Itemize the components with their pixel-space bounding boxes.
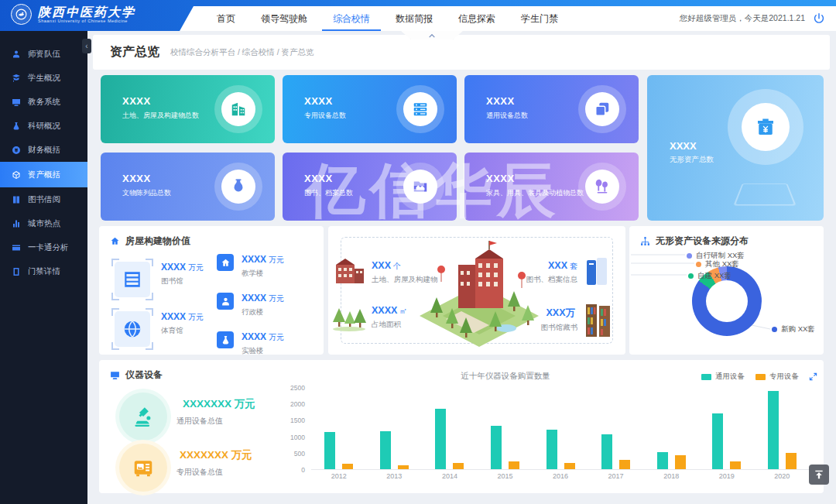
logo-subtitle: Shaanxi University of Chinese Medicine <box>38 19 135 23</box>
legend-special-equipment[interactable]: 专用设备 <box>755 372 799 382</box>
logo-title: 陕西中医药大学 <box>38 5 135 19</box>
nav-collapse-toggle[interactable] <box>401 31 463 39</box>
通用设备-bar <box>657 452 668 469</box>
legend-dot <box>688 273 694 279</box>
legend-swatch <box>755 374 766 380</box>
sidebar-item-access-detail[interactable]: 门禁详情 <box>0 259 87 283</box>
cashbox-icon <box>742 103 790 151</box>
special-equipment-value: XXXXXXX 万元 <box>180 448 252 462</box>
card-furniture-plants[interactable]: XXXX 家具、用具、装具及动植物总数 <box>464 153 639 221</box>
legend-swatch <box>701 374 711 380</box>
panel-title-row: 仪器设备 <box>110 369 163 382</box>
bar-group <box>422 388 478 469</box>
legend-dot <box>772 327 777 332</box>
sidebar-item-label: 城市热点 <box>28 218 60 229</box>
building-label: 教学楼 <box>242 269 284 279</box>
building-item-teaching: XXXX万元 教学楼 <box>217 254 284 279</box>
building-item-admin: XXXX万元 行政楼 <box>217 293 284 317</box>
通用设备-bar <box>601 434 612 469</box>
equipment-panel: 仪器设备 XXXXXXX 万元 通用设备总值 XXXXXXX 万元 专用设备总值… <box>99 360 824 493</box>
bar-chart-plot <box>311 388 810 470</box>
breadcrumb: 校情综合分析平台 / 综合校情 / 资产总览 <box>170 47 314 58</box>
bar-group <box>699 388 755 469</box>
book-icon <box>12 195 21 204</box>
stat-value: XXX万 <box>546 307 575 318</box>
lab-flask-icon <box>217 331 234 348</box>
page-title: 资产总览 <box>110 44 159 60</box>
building-unit: 万元 <box>188 263 204 272</box>
card-icon-halo <box>214 85 262 133</box>
card-special-equipment[interactable]: XXXX 专用设备总数 <box>283 75 457 143</box>
card-books-archives[interactable]: XXXX 图书、档案总数 <box>283 153 457 221</box>
sidebar-item-label: 资产概括 <box>28 170 60 180</box>
sidebar-collapse-handle[interactable]: ‹ <box>82 39 91 53</box>
building-value: XXXX <box>242 331 266 342</box>
greeting-text: 您好超级管理员，今天是2021.1.21 <box>680 13 805 24</box>
card-label: 通用设备总数 <box>486 111 528 121</box>
building-value-panel: 房屋构建物价值 XXXX万元 图书馆 XXXX万元 体育馆 XXXX万元 <box>99 226 324 355</box>
card-antiques[interactable]: XXXX 文物陈列品总数 <box>101 153 275 221</box>
red-building-illustration <box>334 257 367 285</box>
y-tick-label: 2000 <box>285 400 305 408</box>
card-label: 文物陈列品总数 <box>122 188 171 198</box>
monitor-icon <box>110 370 120 380</box>
card-land-buildings[interactable]: XXXX 土地、房屋及构建物总数 <box>101 75 275 143</box>
x-tick-label: 2018 <box>643 472 699 480</box>
building-item-library: XXXX万元 图书馆 <box>115 262 204 297</box>
sidebar-item-card-analysis[interactable]: 一卡通分析 <box>0 235 87 259</box>
专用设备-bar <box>786 453 797 469</box>
nav-info-explore[interactable]: 信息探索 <box>458 6 495 31</box>
card-value: XXXX <box>670 140 697 152</box>
legend-label: 自建 XX套 <box>697 271 732 281</box>
card-general-equipment[interactable]: XXXX 通用设备总数 <box>464 75 639 143</box>
card-value: XXXX <box>304 173 333 184</box>
专用设备-bar <box>453 463 464 469</box>
stat-unit: 个 <box>393 262 401 270</box>
building-label: 行政楼 <box>242 307 284 317</box>
sidebar-item-label: 一卡通分析 <box>28 242 69 253</box>
sidebar-item-students[interactable]: 学生概况 <box>0 66 87 90</box>
top-nav: 首页 领导驾驶舱 综合校情 数据简报 信息探索 学生门禁 您好超级管理员，今天是… <box>180 6 836 31</box>
legend-label: 专用设备 <box>769 372 799 382</box>
building-unit: 万元 <box>269 294 284 303</box>
nav-home[interactable]: 首页 <box>217 6 235 31</box>
top-header: 陕西中医药大学 Shaanxi University of Chinese Me… <box>0 0 836 31</box>
nav-school-overview[interactable]: 综合校情 <box>333 6 370 31</box>
flask-icon <box>12 122 21 131</box>
sidebar-item-academic-system[interactable]: 教务系统 <box>0 90 87 114</box>
card-value: XXXX <box>122 173 151 184</box>
sidebar-item-library[interactable]: 图书借阅 <box>0 187 87 211</box>
chart-expand-icon[interactable] <box>809 370 817 379</box>
sidebar-item-finance[interactable]: 财务概括 <box>0 138 87 162</box>
special-equipment-label: 专用设备总值 <box>176 467 223 478</box>
nav-data-brief[interactable]: 数据简报 <box>396 6 433 31</box>
sidebar-item-city-hotspot[interactable]: 城市热点 <box>0 211 87 235</box>
stat-unit: 套 <box>570 262 577 270</box>
logout-power-icon[interactable] <box>813 12 825 25</box>
y-tick-label: 500 <box>285 450 305 458</box>
card-icon-halo <box>396 85 444 133</box>
card-icon-halo <box>214 163 262 211</box>
card-intangible-assets[interactable]: XXXX 无形资产总数 <box>647 75 824 221</box>
legend-general-equipment[interactable]: 通用设备 <box>701 372 745 382</box>
通用设备-bar <box>324 432 335 469</box>
intangible-source-panel: 无形资产设备来源分布 自行研制 XX套 其他 XX套 自建 XX套 新购 XX套 <box>629 226 824 355</box>
bar-group <box>533 388 588 469</box>
coin-yuan-icon <box>12 146 21 155</box>
university-logo: 陕西中医药大学 Shaanxi University of Chinese Me… <box>11 4 135 25</box>
back-to-top-button[interactable] <box>809 465 829 485</box>
sidebar-item-faculty[interactable]: 师资队伍 <box>0 42 87 66</box>
server-icon <box>403 92 437 126</box>
building-item-gym: XXXX万元 体育馆 <box>115 311 204 347</box>
devices-icon <box>585 92 619 126</box>
x-tick-label: 2016 <box>533 472 588 480</box>
page-header: 资产总览 校情综合分析平台 / 综合校情 / 资产总览 <box>93 35 830 70</box>
bar-group <box>478 388 533 469</box>
sidebar-item-research[interactable]: 科研概况 <box>0 114 87 138</box>
nav-student-access[interactable]: 学生门禁 <box>521 6 558 31</box>
nav-leader-cockpit[interactable]: 领导驾驶舱 <box>261 6 307 31</box>
panel-title-row: 无形资产设备来源分布 <box>640 235 749 248</box>
x-tick-label: 2013 <box>367 472 423 480</box>
card-icon-halo <box>728 89 803 165</box>
sidebar-item-assets[interactable]: 资产概括 <box>0 162 87 187</box>
